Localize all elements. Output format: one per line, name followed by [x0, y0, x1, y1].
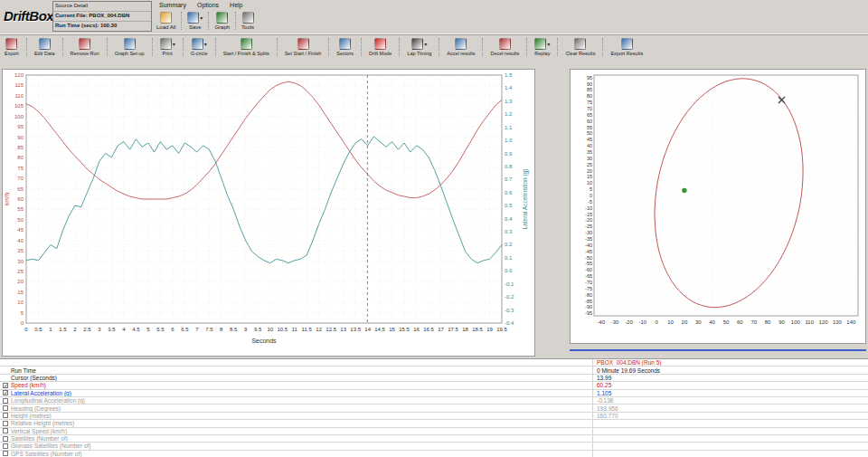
sectors-button[interactable]: Sectors	[334, 37, 356, 57]
left-axis-tick-label: 115	[14, 82, 24, 88]
row-checkbox[interactable]	[3, 405, 8, 411]
accel-results-button[interactable]: Accel results	[444, 37, 477, 57]
lap-timing-button[interactable]: ▾Lap Timing	[404, 37, 434, 57]
right-axis-tick-label: 1.1	[505, 125, 513, 130]
row-label-cell: Cursor (Seconds)	[0, 375, 593, 381]
table-row[interactable]: Heading (Degrees)193.956	[0, 405, 868, 412]
drift-mode-button[interactable]: Drift Mode	[366, 37, 394, 57]
left-axis-tick-label: 90	[17, 135, 24, 140]
map-x-tick-label: -10	[638, 319, 646, 325]
chevron-down-icon[interactable]: ▾	[204, 41, 207, 47]
speed-lateral-chart-panel: 0510152025303540455055606570758085909510…	[2, 69, 535, 357]
start-finish-splits-button[interactable]: Start / Finish & Splits	[221, 37, 272, 57]
row-checkbox[interactable]	[3, 421, 8, 426]
map-y-tick-label: -95	[585, 310, 592, 316]
row-label-cell	[0, 359, 593, 366]
left-axis-tick-label: 45	[17, 227, 24, 233]
load-all-button[interactable]: Load All	[154, 11, 178, 31]
left-axis-tick-label: 70	[17, 176, 24, 181]
right-axis-tick-label: 0.6	[505, 190, 513, 195]
decel-results-button[interactable]: Decel results	[487, 37, 522, 57]
menu-summary[interactable]: Summary	[154, 1, 192, 10]
speed-lateral-chart[interactable]: 0510152025303540455055606570758085909510…	[3, 70, 534, 356]
edit-data-button[interactable]: Edit Data	[32, 37, 58, 57]
x-axis-tick-label: 16	[413, 327, 420, 332]
row-label-cell: Satellites (Number of)	[0, 435, 593, 442]
table-row[interactable]: Cursor (Seconds)13.99	[0, 375, 868, 382]
row-checkbox[interactable]	[3, 413, 8, 418]
chevron-down-icon[interactable]: ▾	[173, 41, 175, 47]
chevron-down-icon[interactable]: ▾	[424, 41, 427, 47]
remove-run-button[interactable]: Remove Run	[68, 37, 102, 57]
map-y-tick-label: -30	[585, 230, 592, 235]
row-checkbox[interactable]	[3, 451, 8, 456]
row-value: PBOX_004.DBN (Run 5)	[593, 359, 868, 366]
table-row[interactable]: Longitudinal Acceleration (g)-0.136	[0, 397, 868, 405]
toolbar-button-label: Remove Run	[71, 51, 99, 56]
row-checkbox[interactable]	[3, 443, 8, 449]
toolbar-button-label: Print	[163, 51, 173, 56]
map-y-tick-label: -90	[585, 304, 592, 309]
graph-set-up-button[interactable]: Graph Set-up	[112, 37, 147, 57]
g-circle-button[interactable]: ▾G-circle	[188, 37, 211, 57]
tools-button[interactable]: Tools	[239, 11, 257, 31]
track-map-chart[interactable]: -95-90-85-80-75-70-65-60-55-50-45-40-35-…	[571, 70, 865, 343]
map-y-tick-label: -15	[585, 212, 592, 217]
table-row[interactable]: Vertical Speed (km/h)	[0, 428, 868, 435]
sectors-icon	[339, 38, 351, 50]
replay-button[interactable]: ▾Replay	[532, 37, 552, 57]
driftbox-logo: DriftBox	[4, 8, 53, 24]
row-checkbox[interactable]: ✓	[3, 390, 8, 395]
row-checkbox[interactable]	[3, 428, 8, 433]
table-row[interactable]: Glonass Satellites (Number of)	[0, 443, 868, 450]
save-button[interactable]: ▾Save	[184, 11, 205, 31]
graph-button[interactable]: Graph	[212, 11, 232, 31]
print-button[interactable]: ▾Print	[157, 37, 178, 57]
map-y-tick-label: 95	[587, 75, 592, 81]
row-checkbox[interactable]	[3, 436, 8, 442]
export-button[interactable]: Export	[2, 37, 22, 57]
toolbar-separator	[277, 38, 278, 56]
set-start-finish-button[interactable]: Set Start / Finish	[282, 37, 325, 57]
toolbar-button-label: Export	[5, 51, 19, 56]
table-row[interactable]: Satellites (Number of)	[0, 435, 868, 443]
right-axis-tick-label: 0.2	[505, 242, 513, 247]
row-checkbox[interactable]	[3, 398, 8, 404]
source-detail-title: Source Detail	[53, 2, 151, 12]
export-results-button[interactable]: Export Results	[608, 37, 646, 57]
chevron-down-icon[interactable]: ▾	[200, 14, 203, 21]
row-label-cell: ✓Speed (km/h)	[0, 382, 593, 388]
toolbar-button-label: Accel results	[447, 51, 475, 56]
left-axis-tick-label: 35	[17, 248, 24, 253]
x-axis-tick-label: 1.5	[59, 327, 67, 332]
table-row[interactable]: Height (metres)160.770	[0, 413, 868, 420]
chevron-down-icon[interactable]: ▾	[547, 41, 550, 47]
menu-help[interactable]: Help	[224, 1, 248, 10]
table-row[interactable]: ✓Lateral Acceleration (g)1.105	[0, 390, 868, 397]
map-y-tick-label: -20	[585, 217, 592, 223]
map-x-tick-label: 120	[819, 319, 829, 325]
map-x-tick-label: 10	[667, 319, 674, 325]
table-row[interactable]: Run Time0 Minute 19.69 Seconds	[0, 367, 868, 374]
row-label-cell: Vertical Speed (km/h)	[0, 428, 593, 434]
table-row[interactable]: ✓Speed (km/h)60.25	[0, 382, 868, 389]
map-y-tick-label: 50	[587, 130, 592, 136]
menu-options[interactable]: Options	[192, 1, 224, 10]
row-label-cell: Run Time	[0, 367, 593, 373]
graph-setup-icon	[124, 38, 136, 50]
clear-results-button[interactable]: Clear Results	[562, 37, 598, 57]
export-icon	[5, 38, 17, 50]
map-x-tick-label: -20	[625, 319, 633, 325]
row-checkbox[interactable]: ✓	[3, 383, 8, 388]
row-label: Lateral Acceleration (g)	[11, 390, 71, 396]
remove-run-icon	[79, 38, 90, 50]
table-row[interactable]: Relative Height (metres)	[0, 420, 868, 427]
table-row[interactable]: GPS Satellites (Number of)	[0, 451, 868, 457]
map-y-tick-label: 60	[587, 119, 592, 124]
table-row[interactable]: PBOX_004.DBN (Run 5)	[0, 359, 868, 367]
map-y-tick-label: -50	[585, 255, 592, 261]
row-label: Heading (Degrees)	[11, 405, 61, 412]
row-label-cell: GPS Satellites (Number of)	[0, 451, 593, 457]
toolbar-button-label: Decel results	[490, 51, 519, 56]
right-axis-tick-label: 0.8	[505, 164, 513, 169]
